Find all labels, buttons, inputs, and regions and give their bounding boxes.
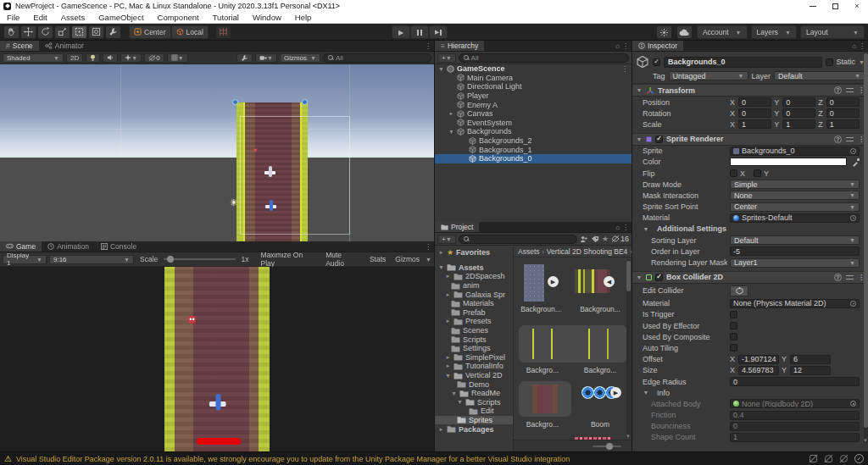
breadcrumb-folder[interactable]: Vertical 2D Shooting BE4 — [547, 247, 627, 256]
stats-button[interactable]: Stats — [366, 255, 389, 263]
hierarchy-create-dropdown[interactable]: +▼ — [437, 53, 456, 63]
folder-prefab[interactable]: Prefab — [435, 308, 513, 318]
sorting-layer-dropdown[interactable]: Default▼ — [730, 235, 860, 245]
folder-settings[interactable]: Settings — [435, 344, 513, 353]
component-enabled-checkbox[interactable]: ✓ — [655, 136, 663, 143]
offset-y-field[interactable]: 6 — [790, 355, 831, 364]
pane-menu-icon[interactable]: ⋮ — [425, 42, 431, 50]
grid-scrollbar[interactable]: ▼ — [626, 259, 631, 438]
rotation-z-field[interactable]: 0 — [826, 108, 860, 118]
foldout-icon[interactable]: ▸ — [445, 273, 451, 280]
menu-tutorial[interactable]: Tutorial — [206, 13, 246, 22]
search-by-label-icon[interactable] — [591, 235, 599, 243]
presets-icon[interactable] — [846, 274, 854, 280]
foldout-icon[interactable]: ▼ — [438, 264, 444, 270]
rotate-tool-button[interactable] — [37, 25, 53, 39]
folder-scenes[interactable]: Scenes — [435, 326, 513, 335]
maximize-on-play-button[interactable]: Maximize On Play — [258, 251, 320, 268]
folder-scripts[interactable]: Scripts — [435, 335, 513, 344]
breadcrumb-assets[interactable]: Assets — [518, 247, 540, 256]
2d-toggle-button[interactable]: 2D — [66, 53, 83, 63]
sprite-object-field[interactable]: Backgrounds_0 — [730, 147, 860, 156]
save-search-icon[interactable]: ★ — [602, 235, 609, 243]
folder-sprites[interactable]: Sprites — [435, 416, 513, 425]
space-mode-button[interactable]: Local — [171, 25, 209, 39]
foldout-icon[interactable]: ▸ — [445, 291, 451, 298]
scroll-down-icon[interactable]: ▼ — [626, 434, 631, 439]
boom-sprite[interactable] — [581, 386, 594, 399]
hierarchy-item-main-camera[interactable]: Main Camera — [435, 74, 632, 83]
scale-y-field[interactable]: 1 — [782, 119, 815, 129]
scale-slider[interactable] — [164, 258, 235, 260]
foldout-icon[interactable]: ▼ — [445, 373, 451, 379]
offset-x-field[interactable]: -1.907124 — [738, 355, 779, 364]
pane-splitter[interactable] — [632, 41, 632, 451]
folder-galaxia[interactable]: ▸Galaxia Spr — [435, 290, 513, 299]
hierarchy-item-backgrounds-1[interactable]: Backgrounds_1 — [435, 145, 632, 154]
foldout-icon[interactable]: ▸ — [448, 110, 454, 117]
hand-tool-button[interactable] — [3, 25, 19, 39]
gameobject-name-field[interactable]: Backgrounds_0 — [664, 57, 822, 68]
maximize-button[interactable] — [824, 0, 846, 12]
position-x-field[interactable]: 0 — [738, 97, 771, 107]
position-y-field[interactable]: 0 — [782, 97, 815, 107]
thumbnail-size-slider[interactable] — [593, 446, 621, 447]
attached-body-field[interactable]: None (Rigidbody 2D) — [730, 399, 860, 408]
foldout-icon[interactable]: ▸ — [438, 249, 444, 256]
lock-icon[interactable]: ⌂ — [615, 42, 620, 50]
layout-dropdown[interactable]: Layout▼ — [800, 25, 865, 39]
scale-slider-knob[interactable] — [167, 256, 174, 263]
pivot-mode-button[interactable]: Center — [129, 25, 171, 39]
additional-settings-row[interactable]: ▼ Additional Settings — [632, 224, 868, 235]
menu-file[interactable]: File — [0, 13, 26, 22]
edit-collider-button[interactable] — [730, 285, 748, 296]
asset-label[interactable]: Backgro... — [573, 366, 627, 374]
foldout-icon[interactable]: ▸ — [445, 354, 451, 361]
asset-label[interactable]: Backgro... — [515, 420, 570, 429]
menu-window[interactable]: Window — [246, 13, 288, 22]
folder-readme-scripts[interactable]: ▼Scripts — [435, 398, 513, 407]
tab-game[interactable]: Game — [0, 241, 42, 252]
progress-idle-icon[interactable]: ✓ — [854, 454, 864, 463]
scene-audio-button[interactable] — [103, 53, 118, 63]
game-gizmos-dropdown[interactable]: Gizmos — [392, 255, 423, 263]
favorites-row[interactable]: ▸★Favorites — [435, 248, 513, 257]
scene-grid-dropdown[interactable]: ▼ — [167, 53, 188, 63]
transform-tool-button[interactable] — [88, 25, 104, 39]
folder-editor[interactable]: Edit — [435, 407, 513, 416]
tab-project[interactable]: Project — [435, 222, 479, 232]
size-x-field[interactable]: 4.569783 — [738, 366, 779, 375]
project-create-dropdown[interactable]: +▼ — [437, 235, 456, 244]
used-by-composite-checkbox[interactable] — [730, 333, 737, 340]
flip-y-checkbox[interactable] — [754, 169, 761, 177]
tab-console[interactable]: Console — [95, 241, 142, 252]
asset-label[interactable]: Backgroun... — [514, 305, 568, 313]
tab-animator[interactable]: Animator — [39, 41, 90, 51]
sprite-expand-button[interactable]: ▶ — [548, 276, 559, 287]
sprite-collapse-button[interactable]: ◀ — [604, 276, 615, 287]
menu-edit[interactable]: Edit — [26, 13, 53, 22]
rotation-x-field[interactable]: 0 — [738, 108, 771, 118]
rect-tool-button[interactable] — [71, 25, 87, 39]
asset-thumbnail-backgrounds-sheet[interactable] — [524, 264, 544, 302]
folder-readme[interactable]: ▼ReadMe — [435, 389, 513, 398]
foldout-icon[interactable]: ▸ — [445, 363, 451, 369]
play-button[interactable]: ▶ — [392, 25, 410, 39]
auto-refresh-disabled-icon[interactable] — [809, 454, 818, 463]
scale-z-field[interactable]: 1 — [826, 119, 860, 129]
foldout-icon[interactable]: ▸ — [438, 426, 444, 433]
folder-simplepixel[interactable]: ▸SimplePixel — [435, 353, 513, 363]
sort-point-dropdown[interactable]: Center▼ — [730, 202, 860, 212]
scroll-down-icon[interactable]: ▼ — [863, 438, 868, 443]
status-bar[interactable]: ⚠ Visual Studio Editor Package version 2… — [0, 451, 868, 465]
code-coverage-disabled-icon[interactable] — [839, 454, 849, 463]
sprite-expand-button[interactable]: ▶ — [610, 387, 621, 398]
layer-dropdown[interactable]: Default▼ — [774, 71, 865, 80]
tab-hierarchy[interactable]: ≡ Hierarchy — [435, 41, 484, 51]
scale-x-field[interactable]: 1 — [738, 119, 771, 129]
light-gizmo-icon[interactable]: ☀ — [230, 198, 238, 208]
info-foldout-row[interactable]: ▼ Info — [632, 387, 868, 398]
unity-services-button[interactable] — [656, 25, 672, 39]
grid-snap-button[interactable] — [215, 25, 231, 39]
pane-menu-icon[interactable]: ⋮ — [425, 243, 431, 251]
